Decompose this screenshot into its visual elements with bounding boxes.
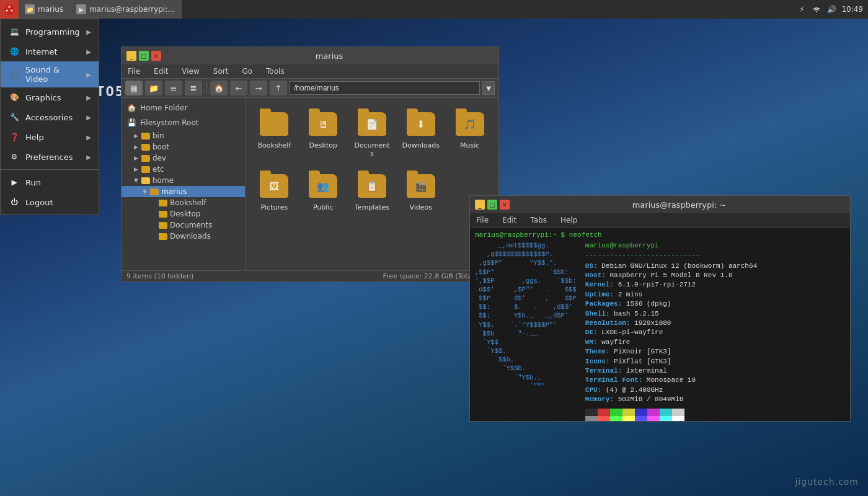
home-button[interactable]: 🏠 (210, 81, 228, 95)
folder-videos[interactable]: 🎬 Videos (399, 167, 442, 215)
term-menu-file[interactable]: File (474, 215, 491, 226)
terminal-prompt-text: marius@raspberrypi:~ $ neofetch (475, 231, 602, 239)
internet-icon: 🌐 (8, 45, 20, 58)
detail-view-button[interactable]: ≡ (165, 81, 182, 95)
public-label: Public (313, 203, 334, 211)
up-button[interactable]: ↑ (270, 81, 287, 95)
file-manager-menu: File Edit View Sort Go Tools (122, 64, 498, 79)
taskbar-item-terminal[interactable]: ▶ marius@raspberrypi:... (70, 0, 182, 19)
term-minimize-button[interactable]: _ (475, 200, 485, 210)
folder-pictures[interactable]: 🖼 Pictures (253, 167, 296, 215)
sidebar-home[interactable]: 🏠 Home Folder (122, 100, 245, 115)
sysinfo-icons: Icons: PiXflat [GTK3] (585, 357, 845, 366)
tree-bookshelf[interactable]: Bookshelf (122, 197, 245, 208)
minimize-button[interactable]: _ (126, 51, 136, 61)
taskbar-item-files-label: marius (38, 5, 63, 14)
folder-icon-marius (150, 188, 159, 195)
menu-item-sound-video[interactable]: 🎵 Sound & Video ▶ (1, 61, 99, 87)
taskbar-item-files[interactable]: 📁 marius (19, 0, 70, 19)
tree-bin[interactable]: ▶ bin (122, 130, 245, 141)
menu-item-logout[interactable]: ⏻ Logout (1, 192, 99, 212)
wifi-icon[interactable] (812, 4, 822, 14)
menu-item-preferences[interactable]: ⚙ Preferences ▶ (1, 147, 99, 167)
folder-desktop[interactable]: 🖥 Desktop (302, 105, 345, 161)
folder-icon-etc (141, 166, 150, 173)
term-close-button[interactable]: ✕ (500, 200, 510, 210)
term-menu-help[interactable]: Help (558, 215, 580, 226)
folder-downloads[interactable]: ⬇ Downloads (399, 105, 442, 161)
term-menu-edit[interactable]: Edit (500, 215, 519, 226)
terminal-color-row1 (585, 409, 845, 416)
start-button[interactable] (0, 0, 19, 19)
folder-public[interactable]: 👥 Public (302, 167, 345, 215)
tree-home[interactable]: ▼ home (122, 175, 245, 186)
address-dropdown[interactable]: ▼ (482, 81, 495, 95)
menu-sound-label: Sound & Video (25, 65, 81, 84)
sidebar-root[interactable]: 💾 Filesystem Root (122, 115, 245, 130)
svg-point-0 (4, 4, 14, 14)
tree-documents[interactable]: Documents (122, 219, 245, 231)
menu-item-help[interactable]: ❓ Help ▶ (1, 127, 99, 147)
folder-documents[interactable]: 📄 Documents (351, 105, 394, 161)
menu-view[interactable]: View (179, 66, 202, 77)
menu-item-accessories[interactable]: 🔧 Accessories ▶ (1, 107, 99, 127)
sysinfo-theme: Theme: PiXnoir [GTK3] (585, 347, 845, 356)
address-bar[interactable] (290, 81, 480, 95)
tree-bookshelf-label: Bookshelf (170, 198, 206, 207)
forward-button[interactable]: → (250, 81, 267, 95)
arrow-icon: ▶ (86, 29, 91, 35)
folder-icon-documents (159, 222, 167, 229)
folder-music[interactable]: 🎵 Music (448, 105, 491, 161)
term-maximize-button[interactable]: □ (487, 200, 497, 210)
taskbar: 📁 marius ▶ marius@raspberrypi:... ⚡ 🔊 10… (0, 0, 868, 19)
menu-item-run[interactable]: ▶ Run (1, 172, 99, 192)
color-block-16 (672, 416, 684, 421)
tree-boot[interactable]: ▶ boot (122, 141, 245, 153)
sysinfo-cpu: CPU: (4) @ 2.400GHz (585, 386, 845, 395)
back-button[interactable]: ← (230, 81, 247, 95)
maximize-button[interactable]: □ (139, 51, 149, 61)
menu-item-programming[interactable]: 💻 Programming ▶ (1, 22, 99, 42)
tree-downloads[interactable]: Downloads (122, 231, 245, 242)
tree-desktop[interactable]: Desktop (122, 208, 245, 219)
folder-templates[interactable]: 📋 Templates (351, 167, 394, 215)
list-view-button[interactable]: ≣ (185, 81, 202, 95)
videos-overlay: 🎬 (415, 180, 427, 192)
menu-preferences-label: Preferences (25, 153, 73, 162)
videos-label: Videos (410, 203, 433, 211)
terminal-body[interactable]: marius@raspberrypi:~ $ neofetch _,met$$$… (470, 228, 850, 421)
color-block-6 (647, 409, 660, 416)
terminal-separator-line: ---------------------------- (585, 250, 845, 260)
sysinfo-host: Host: Raspberry Pi 5 Model B Rev 1.0 (585, 271, 845, 280)
term-menu-tabs[interactable]: Tabs (528, 215, 549, 226)
menu-sort[interactable]: Sort (211, 66, 231, 77)
tree-etc[interactable]: ▶ etc (122, 164, 245, 175)
taskbar-item-terminal-label: marius@raspberrypi:... (89, 5, 175, 14)
sysinfo-terminal: Terminal: lxterminal (585, 366, 845, 376)
tree-dev[interactable]: ▶ dev (122, 153, 245, 164)
terminal-ascii-art: _,met$$$$$gg. ,g$$$$$$$$$$$$$P. ,g$$P" "… (475, 241, 577, 421)
folder-button[interactable]: 📁 (145, 81, 162, 95)
bluetooth-icon[interactable]: ⚡ (797, 4, 807, 14)
menu-run-label: Run (25, 178, 41, 187)
close-button[interactable]: ✕ (151, 51, 161, 61)
file-manager-body: 🏠 Home Folder 💾 Filesystem Root ▶ bin ▶ … (122, 98, 498, 270)
tree-marius[interactable]: ▼ marius (122, 186, 245, 197)
menu-accessories-label: Accessories (25, 113, 73, 122)
folder-bookshelf[interactable]: Bookshelf (253, 105, 296, 161)
music-label: Music (460, 141, 479, 149)
menu-go[interactable]: Go (239, 66, 255, 77)
menu-file[interactable]: File (125, 66, 143, 77)
menu-tools[interactable]: Tools (264, 66, 287, 77)
public-overlay: 👥 (317, 180, 329, 192)
documents-icon: 📄 (357, 109, 387, 139)
arrow-icon-4: ▶ (86, 94, 91, 101)
menu-item-internet[interactable]: 🌐 Internet ▶ (1, 42, 99, 61)
menu-item-graphics[interactable]: 🎨 Graphics ▶ (1, 87, 99, 107)
volume-icon[interactable]: 🔊 (826, 4, 836, 14)
music-icon: 🎵 (455, 109, 485, 139)
bookshelf-icon (259, 109, 289, 139)
menu-edit[interactable]: Edit (151, 66, 170, 77)
icon-view-button[interactable]: ▦ (125, 81, 143, 95)
terminal-title: marius@raspberrypi: ~ (513, 200, 845, 210)
